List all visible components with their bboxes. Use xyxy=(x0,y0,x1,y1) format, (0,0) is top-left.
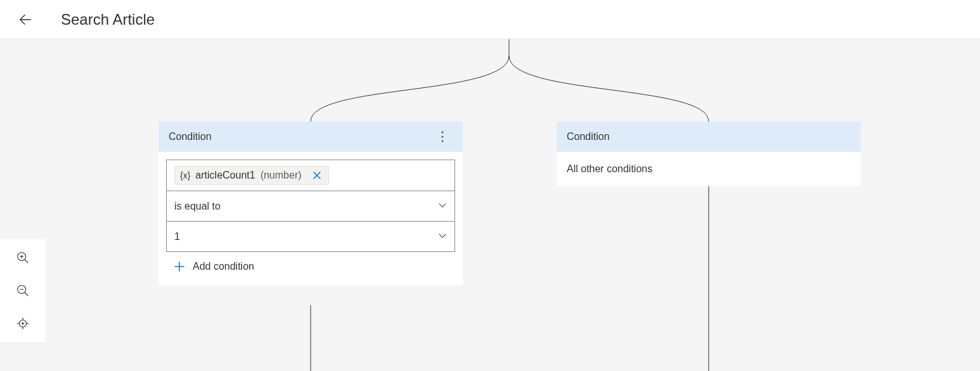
svg-point-3 xyxy=(441,131,443,133)
card-more-button[interactable] xyxy=(432,127,453,147)
add-condition-button[interactable]: Add condition xyxy=(166,252,455,277)
close-icon xyxy=(313,172,321,179)
variable-type: (number) xyxy=(261,170,302,181)
zoom-out-button[interactable] xyxy=(14,282,32,299)
back-button[interactable] xyxy=(15,9,35,30)
card-header: Condition xyxy=(557,122,861,152)
all-other-text: All other conditions xyxy=(557,152,861,186)
svg-point-4 xyxy=(441,135,443,137)
target-icon xyxy=(16,317,30,330)
plus-icon xyxy=(174,261,185,272)
card-title: Condition xyxy=(169,131,212,142)
variable-braces-icon: {x} xyxy=(180,170,190,180)
card-header: Condition xyxy=(158,122,463,152)
svg-line-11 xyxy=(25,292,29,296)
variable-chip[interactable]: {x} articleCount1 (number) xyxy=(174,166,329,185)
add-condition-label: Add condition xyxy=(193,261,254,272)
zoom-out-icon xyxy=(16,284,30,298)
arrow-left-icon xyxy=(18,13,32,27)
fit-view-button[interactable] xyxy=(14,315,32,332)
svg-point-5 xyxy=(441,140,443,142)
header-bar: Search Article xyxy=(0,0,980,39)
operator-value: is equal to xyxy=(174,201,221,212)
variable-row[interactable]: {x} articleCount1 (number) xyxy=(167,160,455,191)
operator-select[interactable]: is equal to xyxy=(167,191,455,221)
more-vertical-icon xyxy=(441,131,444,142)
chevron-down-icon xyxy=(438,201,447,212)
zoom-in-button[interactable] xyxy=(14,249,32,267)
branch-connectors xyxy=(0,39,980,371)
card-body: {x} articleCount1 (number) is equal to xyxy=(158,152,463,285)
chip-remove-button[interactable] xyxy=(311,169,323,182)
zoom-toolbar xyxy=(0,239,46,343)
flow-canvas[interactable]: Condition {x} articleCount1 (number) xyxy=(0,39,980,371)
variable-name: articleCount1 xyxy=(195,170,255,181)
value-text: 1 xyxy=(174,231,180,242)
card-title: Condition xyxy=(567,131,610,142)
condition-card-right[interactable]: Condition All other conditions xyxy=(557,122,861,186)
condition-card-left[interactable]: Condition {x} articleCount1 (number) xyxy=(158,122,463,285)
page-title: Search Article xyxy=(61,11,155,28)
chevron-down-icon xyxy=(438,231,447,242)
svg-line-7 xyxy=(25,260,29,263)
condition-editor: {x} articleCount1 (number) is equal to xyxy=(166,160,455,252)
value-select[interactable]: 1 xyxy=(167,221,455,251)
zoom-in-icon xyxy=(16,251,30,265)
svg-point-14 xyxy=(22,322,23,324)
